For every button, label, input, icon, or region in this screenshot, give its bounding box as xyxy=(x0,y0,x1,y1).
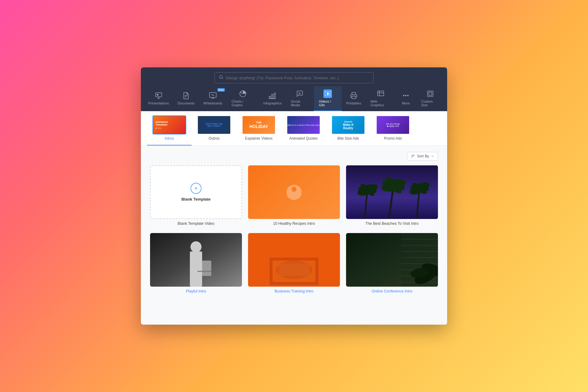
charts-icon xyxy=(239,89,247,98)
social-icon xyxy=(296,89,304,98)
plus-icon: + xyxy=(190,183,202,194)
template-thumb-business xyxy=(248,233,340,287)
nav-label-documents: Documents xyxy=(178,101,195,105)
sort-button[interactable]: Sort By xyxy=(407,152,438,160)
nav-item-documents[interactable]: Documents xyxy=(173,86,199,111)
template-label-recipes: 10 Healthy Recipes Intro xyxy=(248,221,340,227)
cat-label-quotes: Animated Quotes xyxy=(289,136,318,141)
nav-item-webgraphics[interactable]: Web Graphics xyxy=(366,86,396,111)
nav-item-customsize[interactable]: Custom Size xyxy=(416,86,444,111)
nav-label-printables: Printables xyxy=(346,101,361,105)
svg-rect-13 xyxy=(272,94,273,99)
cat-thumb-outros: DON'T MISS THENEXT VIDEO! xyxy=(197,115,231,134)
template-card-beaches[interactable]: The Best Beaches To Visit Intro xyxy=(346,165,438,227)
sort-row: Sort By xyxy=(150,152,438,160)
template-thumb-recipes xyxy=(248,165,340,219)
nav-item-infographics[interactable]: Infographics xyxy=(259,86,286,111)
nav-label-charts: Charts / Graphs xyxy=(232,100,254,107)
nav-item-videos[interactable]: Videos / Gifs xyxy=(314,86,342,111)
template-grid: + Blank Template Blank Template Video 10… xyxy=(150,165,438,295)
template-card-blank[interactable]: + Blank Template Blank Template Video xyxy=(150,165,242,227)
cat-label-promo: Promo Ads xyxy=(384,136,402,141)
nav-icons: Presentations Documents Beta xyxy=(141,86,447,111)
nav-label-customsize: Custom Size xyxy=(421,100,439,107)
search-bar[interactable] xyxy=(214,72,374,83)
nav-item-printables[interactable]: Printables xyxy=(342,86,366,111)
nav-item-social[interactable]: Social Media xyxy=(286,86,314,111)
nav-item-charts[interactable]: Charts / Graphs xyxy=(227,86,259,111)
chevron-down-icon xyxy=(431,155,434,158)
videos-icon xyxy=(323,89,332,98)
nav-label-infographics: Infographics xyxy=(263,101,281,105)
cat-item-outros[interactable]: DON'T MISS THENEXT VIDEO! Outros xyxy=(192,111,236,145)
cat-thumb-promo: We are Hiring!▶ apply now xyxy=(376,115,410,134)
template-card-conference[interactable]: Online Conference Intro xyxy=(346,233,438,295)
svg-rect-59 xyxy=(279,264,309,276)
beta-badge: Beta xyxy=(217,88,225,92)
svg-rect-12 xyxy=(269,96,270,99)
cat-thumb-intros: BUSINESSTRAINING ▶ intro xyxy=(153,115,186,134)
business-scene xyxy=(248,233,340,287)
cat-thumb-explainer: THEHOLIDAY xyxy=(242,115,276,134)
svg-rect-21 xyxy=(378,91,384,96)
sort-icon xyxy=(411,154,415,158)
search-icon xyxy=(219,75,223,81)
sort-label: Sort By xyxy=(417,154,429,158)
blank-card-label: Blank Template xyxy=(181,197,210,202)
template-label-playful: Playful Intro xyxy=(150,289,242,295)
more-icon xyxy=(401,91,410,100)
svg-rect-2 xyxy=(156,93,162,97)
cat-item-intros[interactable]: BUSINESSTRAINING ▶ intro Intros xyxy=(147,111,192,145)
svg-line-1 xyxy=(222,78,223,79)
nav-item-whiteboards[interactable]: Beta Whiteboards xyxy=(199,86,227,111)
cat-item-bite[interactable]: SearchMake ItReality Bite Size Ads xyxy=(326,111,371,145)
content-area: Sort By + Blank Template Blank Template … xyxy=(141,146,447,325)
recipes-decoration xyxy=(285,183,303,202)
printables-icon xyxy=(349,91,358,100)
nav-label-whiteboards: Whiteboards xyxy=(203,101,222,105)
app-window: Presentations Documents Beta xyxy=(141,67,447,325)
customsize-icon xyxy=(426,89,435,98)
presentations-icon xyxy=(154,91,163,100)
svg-rect-20 xyxy=(352,96,356,99)
svg-rect-31 xyxy=(429,92,432,95)
svg-rect-53 xyxy=(202,261,211,276)
nav-item-presentations[interactable]: Presentations xyxy=(144,86,173,111)
cat-label-bite: Bite Size Ads xyxy=(337,136,359,141)
template-thumb-playful xyxy=(150,233,242,287)
blank-template-thumb[interactable]: + Blank Template xyxy=(150,165,242,219)
cat-label-intros: Intros xyxy=(165,136,174,141)
template-label-conference: Online Conference Intro xyxy=(346,289,438,295)
template-card-business[interactable]: Business Training Intro xyxy=(248,233,340,295)
nav-item-more[interactable]: More xyxy=(395,86,416,111)
nav-label-more: More xyxy=(402,101,410,105)
template-card-playful[interactable]: Playful Intro xyxy=(150,233,242,295)
header: Presentations Documents Beta xyxy=(141,67,447,111)
svg-marker-18 xyxy=(327,92,330,95)
nav-label-presentations: Presentations xyxy=(148,101,169,105)
cat-thumb-bite: SearchMake ItReality xyxy=(331,115,365,134)
template-label-blank: Blank Template Video xyxy=(150,221,242,227)
whiteboards-icon xyxy=(209,91,217,100)
infographics-icon xyxy=(268,91,277,100)
template-thumb-conference xyxy=(346,233,438,287)
svg-rect-5 xyxy=(157,94,158,96)
template-label-business: Business Training Intro xyxy=(248,289,340,295)
category-bar: BUSINESSTRAINING ▶ intro Intros DON'T MI… xyxy=(141,111,447,146)
search-input[interactable] xyxy=(226,76,369,80)
cat-item-quotes[interactable]: "Patience is a virtue of the wise man...… xyxy=(281,111,326,145)
documents-icon xyxy=(182,91,190,100)
conference-scene xyxy=(346,233,438,287)
template-card-recipes[interactable]: 10 Healthy Recipes Intro xyxy=(248,165,340,227)
cat-label-explainer: Explainer Videos xyxy=(245,136,273,141)
nav-label-social: Social Media xyxy=(291,100,309,107)
cat-thumb-quotes: "Patience is a virtue of the wise man...… xyxy=(287,115,320,134)
template-thumb-beaches xyxy=(346,165,438,219)
svg-rect-51 xyxy=(190,251,202,287)
playful-scene xyxy=(150,233,242,287)
cat-item-promo[interactable]: We are Hiring!▶ apply now Promo Ads xyxy=(371,111,415,145)
svg-point-36 xyxy=(292,187,296,192)
cat-item-explainer[interactable]: THEHOLIDAY Explainer Videos xyxy=(236,111,281,145)
search-row xyxy=(141,67,447,86)
cat-label-outros: Outros xyxy=(209,136,220,141)
